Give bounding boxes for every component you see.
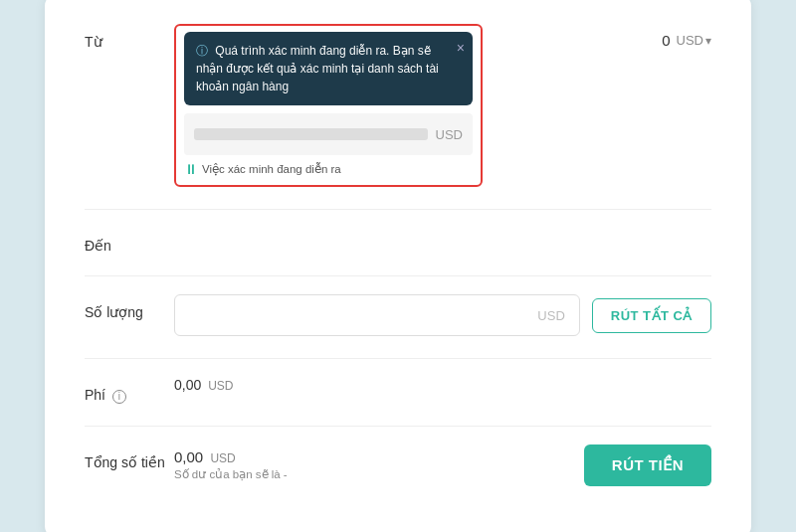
total-left: 0,00 USD Số dư của bạn sẽ là - <box>174 448 288 481</box>
tooltip-info-icon: ⓘ <box>196 44 208 58</box>
tu-field-wrapper: ⓘ Quá trình xác minh đang diễn ra. Bạn s… <box>174 24 483 187</box>
total-value: 0,00 USD <box>174 448 288 465</box>
den-input-placeholder <box>194 128 428 140</box>
tooltip-text: Quá trình xác minh đang diễn ra. Bạn sẽ … <box>196 44 439 93</box>
divider-4 <box>85 426 711 427</box>
so-luong-input-row: USD RÚT TẤT CẢ <box>174 294 711 336</box>
so-luong-currency: USD <box>537 308 564 323</box>
tong-so-tien-label: Tổng số tiền <box>85 444 174 470</box>
divider-2 <box>85 275 711 276</box>
so-luong-input[interactable]: USD <box>174 294 580 336</box>
dropdown-arrow-icon[interactable]: ▾ <box>705 34 711 48</box>
den-label: Đến <box>85 228 174 254</box>
verification-note-text: Việc xác minh đang diễn ra <box>202 162 341 176</box>
divider-1 <box>85 209 711 210</box>
tu-label: Từ <box>85 24 174 50</box>
verification-note: ⏸ Việc xác minh đang diễn ra <box>184 161 473 177</box>
total-currency: USD <box>210 451 235 465</box>
phi-label: Phí i <box>85 377 174 403</box>
balance-value: 0 <box>662 32 670 49</box>
so-luong-content: USD RÚT TẤT CẢ <box>174 294 711 336</box>
balance-currency: USD <box>677 33 703 48</box>
phi-content: 0,00 USD <box>174 377 711 393</box>
phi-currency: USD <box>208 379 233 393</box>
main-card: ◉ noifx Từ ⓘ Quá trình xác minh đang diễ… <box>45 0 751 532</box>
divider-3 <box>85 358 711 359</box>
tu-right: 0 USD ▾ <box>646 24 711 49</box>
phi-label-text: Phí <box>85 387 105 403</box>
so-luong-label: Số lượng <box>85 294 174 320</box>
tu-row: Từ ⓘ Quá trình xác minh đang diễn ra. Bạ… <box>85 24 711 187</box>
pause-icon: ⏸ <box>184 161 198 177</box>
so-luong-row: Số lượng USD RÚT TẤT CẢ <box>85 294 711 336</box>
tooltip-popup: ⓘ Quá trình xác minh đang diễn ra. Bạn s… <box>184 32 473 105</box>
tooltip-close-btn[interactable]: × <box>457 38 465 59</box>
total-amount: 0,00 <box>174 448 203 465</box>
phi-row: Phí i 0,00 USD <box>85 377 711 403</box>
tong-so-tien-content: 0,00 USD Số dư của bạn sẽ là - RÚT TIỀN <box>174 444 711 486</box>
rut-tat-ca-button[interactable]: RÚT TẤT CẢ <box>592 298 711 333</box>
phi-value: 0,00 <box>174 377 201 393</box>
tu-content: ⓘ Quá trình xác minh đang diễn ra. Bạn s… <box>174 24 646 187</box>
balance-note: Số dư của bạn sẽ là - <box>174 467 288 481</box>
den-input-wrapper: USD <box>184 113 473 155</box>
rut-tien-button[interactable]: RÚT TIỀN <box>584 444 711 486</box>
den-row: Đến <box>85 228 711 254</box>
phi-info-icon[interactable]: i <box>112 390 126 404</box>
den-currency: USD <box>436 127 463 142</box>
tong-so-tien-row: Tổng số tiền 0,00 USD Số dư của bạn sẽ l… <box>85 444 711 486</box>
